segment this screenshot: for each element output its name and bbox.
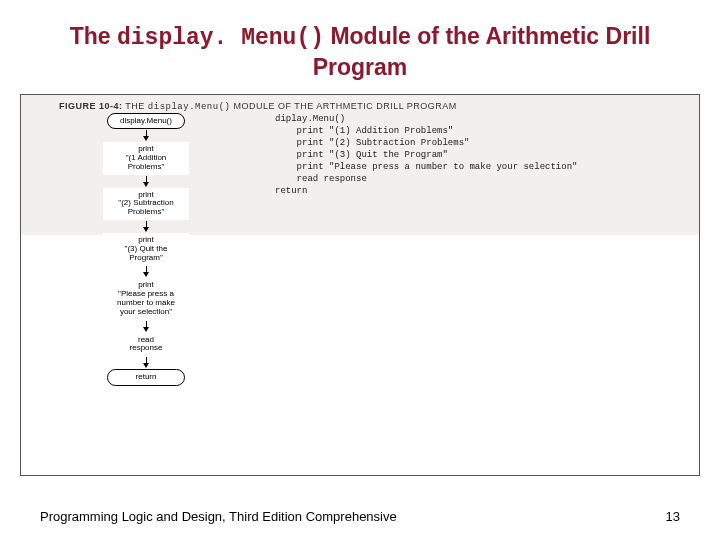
- figure-label: FIGURE 10-4:: [59, 101, 123, 111]
- title-code: display. Menu(): [117, 25, 324, 51]
- flow-step-4: print "Please press a number to make you…: [103, 278, 189, 319]
- slide-title: The display. Menu() Module of the Arithm…: [0, 0, 720, 90]
- title-pre: The: [70, 23, 117, 49]
- flow-step-5: read response: [103, 333, 189, 357]
- flow-step-1: print "(1 Addition Problems": [103, 142, 189, 174]
- flow-start: display.Menu(): [107, 113, 185, 130]
- pseudocode-block: diplay.Menu() print "(1) Addition Proble…: [275, 113, 577, 198]
- flow-step-3: print "(3) Quit the Program": [103, 233, 189, 265]
- figure-caption-pre: THE: [123, 101, 148, 111]
- slide-footer: Programming Logic and Design, Third Edit…: [0, 509, 720, 524]
- title-post: Module of the Arithmetic Drill Program: [313, 23, 651, 80]
- footer-text: Programming Logic and Design, Third Edit…: [40, 509, 397, 524]
- figure-container: FIGURE 10-4: THE display.Menu() MODULE O…: [20, 94, 700, 476]
- flow-end: return: [107, 369, 185, 386]
- flow-step-2: print "(2) Subtraction Problems": [103, 188, 189, 220]
- figure-caption-code: display.Menu(): [148, 102, 231, 112]
- flowchart: display.Menu() print "(1 Addition Proble…: [81, 113, 211, 387]
- figure-caption: FIGURE 10-4: THE display.Menu() MODULE O…: [59, 101, 457, 112]
- page-number: 13: [666, 509, 680, 524]
- figure-caption-post: MODULE OF THE ARTHMETIC DRILL PROGRAM: [230, 101, 456, 111]
